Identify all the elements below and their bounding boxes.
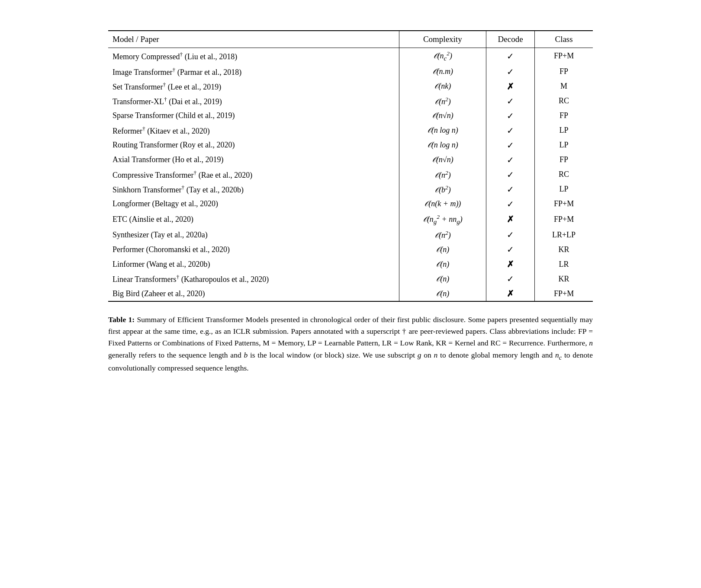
cell-model: Synthesizer (Tay et al., 2020a) [108, 227, 399, 242]
table-row: Image Transformer† (Parmar et al., 2018)… [108, 64, 593, 79]
table-caption: Table 1: Summary of Efficient Transforme… [108, 314, 593, 374]
header-decode: Decode [486, 31, 535, 48]
cell-model: Reformer† (Kitaev et al., 2020) [108, 123, 399, 138]
cell-class: LP [535, 138, 593, 153]
cell-complexity: 𝒪(n2) [399, 227, 486, 242]
header-complexity: Complexity [399, 31, 486, 48]
cell-class: RC [535, 167, 593, 182]
cell-decode: ✓ [486, 153, 535, 167]
table-row: Linformer (Wang et al., 2020b)𝒪(n)✗LR [108, 257, 593, 272]
cell-class: FP+M [535, 211, 593, 228]
cell-class: LR [535, 257, 593, 272]
caption-label: Table 1: [108, 315, 135, 324]
cell-model: Image Transformer† (Parmar et al., 2018) [108, 64, 399, 79]
cell-model: Linformer (Wang et al., 2020b) [108, 257, 399, 272]
cell-class: FP [535, 64, 593, 79]
cell-complexity: 𝒪(ng2 + nng) [399, 211, 486, 228]
cell-decode: ✗ [486, 286, 535, 301]
caption-text: Summary of Efficient Transformer Models … [108, 315, 593, 372]
table-row: Linear Transformers† (Katharopoulos et a… [108, 272, 593, 286]
cell-complexity: 𝒪(n2) [399, 167, 486, 182]
cell-complexity: 𝒪(nk) [399, 79, 486, 94]
table-row: Big Bird (Zaheer et al., 2020)𝒪(n)✗FP+M [108, 286, 593, 301]
cell-model: Longformer (Beltagy et al., 2020) [108, 197, 399, 211]
table-row: Longformer (Beltagy et al., 2020)𝒪(n(k +… [108, 197, 593, 211]
cell-complexity: 𝒪(n√n) [399, 153, 486, 167]
header-class: Class [535, 31, 593, 48]
cell-decode: ✗ [486, 257, 535, 272]
cell-class: FP+M [535, 197, 593, 211]
cell-complexity: 𝒪(n) [399, 242, 486, 257]
cell-complexity: 𝒪(n) [399, 286, 486, 301]
cell-complexity: 𝒪(b2) [399, 182, 486, 197]
table-row: Transformer-XL† (Dai et al., 2019)𝒪(n2)✓… [108, 94, 593, 109]
cell-class: KR [535, 272, 593, 286]
header-model: Model / Paper [108, 31, 399, 48]
cell-model: Memory Compressed† (Liu et al., 2018) [108, 48, 399, 64]
cell-complexity: 𝒪(n(k + m)) [399, 197, 486, 211]
cell-complexity: 𝒪(n) [399, 257, 486, 272]
table-row: Synthesizer (Tay et al., 2020a)𝒪(n2)✓LR+… [108, 227, 593, 242]
cell-class: FP+M [535, 48, 593, 64]
cell-model: Sinkhorn Transformer† (Tay et al., 2020b… [108, 182, 399, 197]
cell-decode: ✓ [486, 197, 535, 211]
cell-class: KR [535, 242, 593, 257]
cell-complexity: 𝒪(n log n) [399, 138, 486, 153]
cell-complexity: 𝒪(n) [399, 272, 486, 286]
cell-class: M [535, 79, 593, 94]
cell-model: Set Transformer† (Lee et al., 2019) [108, 79, 399, 94]
cell-class: RC [535, 94, 593, 109]
comparison-table: Model / Paper Complexity Decode Class Me… [108, 30, 593, 302]
cell-complexity: 𝒪(nc2) [399, 48, 486, 64]
cell-class: FP+M [535, 286, 593, 301]
cell-decode: ✓ [486, 272, 535, 286]
table-row: Reformer† (Kitaev et al., 2020)𝒪(n log n… [108, 123, 593, 138]
cell-decode: ✓ [486, 48, 535, 64]
cell-model: Axial Transformer (Ho et al., 2019) [108, 153, 399, 167]
cell-class: FP [535, 109, 593, 123]
table-row: Routing Transformer (Roy et al., 2020)𝒪(… [108, 138, 593, 153]
cell-decode: ✓ [486, 242, 535, 257]
cell-complexity: 𝒪(n.m) [399, 64, 486, 79]
table-row: Performer (Choromanski et al., 2020)𝒪(n)… [108, 242, 593, 257]
cell-model: Transformer-XL† (Dai et al., 2019) [108, 94, 399, 109]
cell-decode: ✓ [486, 109, 535, 123]
table-row: Sparse Transformer (Child et al., 2019)𝒪… [108, 109, 593, 123]
cell-class: FP [535, 153, 593, 167]
cell-model: Routing Transformer (Roy et al., 2020) [108, 138, 399, 153]
table-row: Memory Compressed† (Liu et al., 2018)𝒪(n… [108, 48, 593, 64]
table-row: Axial Transformer (Ho et al., 2019)𝒪(n√n… [108, 153, 593, 167]
cell-model: Compressive Transformer† (Rae et al., 20… [108, 167, 399, 182]
cell-class: LR+LP [535, 227, 593, 242]
cell-decode: ✓ [486, 167, 535, 182]
cell-decode: ✓ [486, 182, 535, 197]
cell-complexity: 𝒪(n2) [399, 94, 486, 109]
cell-decode: ✓ [486, 94, 535, 109]
cell-class: LP [535, 182, 593, 197]
cell-model: Performer (Choromanski et al., 2020) [108, 242, 399, 257]
cell-complexity: 𝒪(n√n) [399, 109, 486, 123]
cell-model: Big Bird (Zaheer et al., 2020) [108, 286, 399, 301]
table-row: Sinkhorn Transformer† (Tay et al., 2020b… [108, 182, 593, 197]
cell-decode: ✓ [486, 64, 535, 79]
cell-model: Sparse Transformer (Child et al., 2019) [108, 109, 399, 123]
cell-decode: ✗ [486, 79, 535, 94]
cell-model: Linear Transformers† (Katharopoulos et a… [108, 272, 399, 286]
cell-complexity: 𝒪(n log n) [399, 123, 486, 138]
cell-decode: ✓ [486, 138, 535, 153]
cell-decode: ✓ [486, 227, 535, 242]
main-container: Model / Paper Complexity Decode Class Me… [91, 17, 610, 387]
cell-decode: ✗ [486, 211, 535, 228]
table-row: Set Transformer† (Lee et al., 2019)𝒪(nk)… [108, 79, 593, 94]
cell-decode: ✓ [486, 123, 535, 138]
table-row: Compressive Transformer† (Rae et al., 20… [108, 167, 593, 182]
cell-model: ETC (Ainslie et al., 2020) [108, 211, 399, 228]
cell-class: LP [535, 123, 593, 138]
table-row: ETC (Ainslie et al., 2020)𝒪(ng2 + nng)✗F… [108, 211, 593, 228]
